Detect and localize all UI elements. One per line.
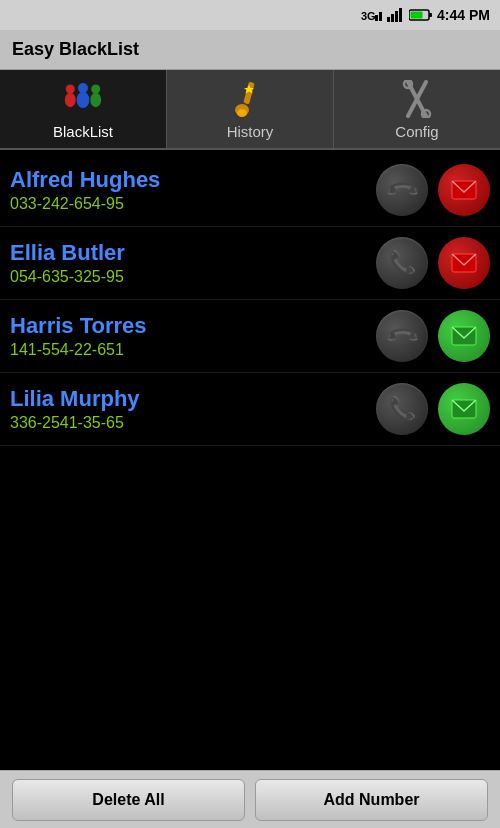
phone-declined-icon-alfred: 📞 <box>383 171 420 208</box>
contact-name-harris: Harris Torres <box>10 313 366 339</box>
tab-blacklist-label: BlackList <box>53 123 113 140</box>
people-icon <box>63 80 103 118</box>
contact-info-harris: Harris Torres 141-554-22-651 <box>10 313 366 359</box>
contact-info-alfred: Alfred Hughes 033-242-654-95 <box>10 167 366 213</box>
contact-info-lilia: Lilia Murphy 336-2541-35-65 <box>10 386 366 432</box>
contact-info-ellia: Ellia Butler 054-635-325-95 <box>10 240 366 286</box>
contact-name-ellia: Ellia Butler <box>10 240 366 266</box>
envelope-icon-ellia <box>451 253 477 273</box>
svg-rect-4 <box>391 14 394 22</box>
tab-bar: BlackList History <box>0 70 500 150</box>
svg-rect-5 <box>395 11 398 22</box>
svg-rect-6 <box>399 8 402 22</box>
status-time: 4:44 PM <box>437 7 490 23</box>
add-number-button[interactable]: Add Number <box>255 779 488 821</box>
app-title: Easy BlackList <box>12 39 139 60</box>
network-icon: 3G <box>361 7 383 23</box>
msg-btn-harris[interactable] <box>438 310 490 362</box>
msg-btn-alfred[interactable] <box>438 164 490 216</box>
svg-rect-1 <box>375 15 378 21</box>
bottom-bar: Delete All Add Number <box>0 770 500 828</box>
svg-point-14 <box>91 84 100 93</box>
contact-name-alfred: Alfred Hughes <box>10 167 366 193</box>
call-btn-ellia[interactable]: 📞 <box>376 237 428 289</box>
battery-icon <box>409 8 433 22</box>
tab-config[interactable]: Config <box>334 70 500 148</box>
contact-phone-harris: 141-554-22-651 <box>10 341 366 359</box>
call-btn-harris[interactable]: 📞 <box>376 310 428 362</box>
phone-declined-icon-harris: 📞 <box>383 317 420 354</box>
msg-btn-lilia[interactable] <box>438 383 490 435</box>
contact-row-lilia: Lilia Murphy 336-2541-35-65 📞 <box>0 373 500 446</box>
wrench-icon <box>398 80 436 118</box>
phone-accepted-icon-ellia: 📞 <box>389 250 416 276</box>
svg-point-15 <box>90 92 101 107</box>
tab-config-label: Config <box>395 123 438 140</box>
tab-history-label: History <box>227 123 274 140</box>
contact-row-alfred: Alfred Hughes 033-242-654-95 📞 <box>0 154 500 227</box>
status-bar: 3G 4:44 PM <box>0 0 500 30</box>
svg-rect-3 <box>387 17 390 22</box>
call-btn-alfred[interactable]: 📞 <box>376 164 428 216</box>
svg-point-18 <box>237 109 247 117</box>
call-btn-lilia[interactable]: 📞 <box>376 383 428 435</box>
contact-phone-alfred: 033-242-654-95 <box>10 195 366 213</box>
envelope-icon-alfred <box>451 180 477 200</box>
svg-point-13 <box>77 91 90 107</box>
envelope-icon-lilia <box>451 399 477 419</box>
brush-icon <box>232 80 268 118</box>
tab-history[interactable]: History <box>167 70 334 148</box>
history-tab-icon-area <box>230 79 270 119</box>
svg-rect-8 <box>429 13 432 17</box>
delete-all-button[interactable]: Delete All <box>12 779 245 821</box>
svg-text:3G: 3G <box>361 10 376 22</box>
envelope-icon-harris <box>451 326 477 346</box>
svg-rect-9 <box>411 12 423 19</box>
status-icons: 3G 4:44 PM <box>361 7 490 23</box>
svg-point-12 <box>78 83 88 93</box>
blacklist-tab-icon-area <box>63 79 103 119</box>
contact-phone-ellia: 054-635-325-95 <box>10 268 366 286</box>
tab-blacklist[interactable]: BlackList <box>0 70 167 148</box>
phone-accepted-icon-lilia: 📞 <box>389 396 416 422</box>
svg-point-10 <box>66 84 75 93</box>
signal-icon <box>387 7 405 23</box>
title-bar: Easy BlackList <box>0 30 500 70</box>
svg-point-11 <box>65 92 76 107</box>
config-tab-icon-area <box>397 79 437 119</box>
contact-list: Alfred Hughes 033-242-654-95 📞 Ellia But… <box>0 150 500 770</box>
contact-row-harris: Harris Torres 141-554-22-651 📞 <box>0 300 500 373</box>
msg-btn-ellia[interactable] <box>438 237 490 289</box>
contact-phone-lilia: 336-2541-35-65 <box>10 414 366 432</box>
contact-name-lilia: Lilia Murphy <box>10 386 366 412</box>
svg-rect-2 <box>379 12 382 21</box>
contact-row-ellia: Ellia Butler 054-635-325-95 📞 <box>0 227 500 300</box>
